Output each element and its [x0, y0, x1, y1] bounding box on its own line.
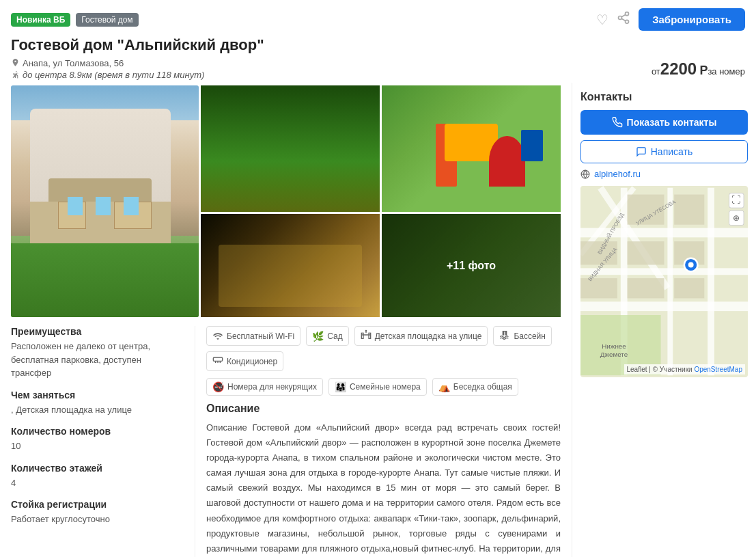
- garden-icon: 🌿: [312, 331, 324, 342]
- globe-icon: [580, 169, 590, 179]
- write-label: Написать: [651, 146, 692, 157]
- checkin-value: Работает круглосуточно: [11, 513, 184, 526]
- rooms-section: Количество номеров 10: [11, 426, 184, 453]
- advantages-section: Преимущества Расположен не далеко от цен…: [11, 326, 184, 380]
- address-row: Анапа, ул Толмазова, 56: [11, 58, 204, 68]
- badge-new: Новинка ВБ: [11, 13, 70, 27]
- bottom-section: Преимущества Расположен не далеко от цен…: [0, 326, 572, 557]
- svg-rect-27: [628, 278, 664, 298]
- advantages-value: Расположен не далеко от центра, бесплатн…: [11, 340, 184, 380]
- svg-point-0: [626, 12, 629, 16]
- svg-rect-16: [580, 268, 748, 275]
- main-layout: +11 фото Преимущества Расположен не дале…: [0, 83, 756, 557]
- floors-label: Количество этажей: [11, 463, 184, 474]
- svg-rect-5: [361, 333, 363, 338]
- checkin-label: Стойка регистрации: [11, 499, 184, 510]
- activities-section: Чем заняться , Детская площадка на улице: [11, 390, 184, 417]
- amenity-nosmoking-label: Номера для некурящих: [227, 382, 317, 392]
- family-icon: 👨‍👩‍👧: [335, 381, 346, 392]
- floors-section: Количество этажей 4: [11, 463, 184, 490]
- amenity-playground-label: Детская площадка на улице: [375, 331, 482, 341]
- svg-rect-30: [580, 278, 617, 298]
- amenities-row: Бесплатный Wi-Fi 🌿 Сад Детская площадка …: [206, 326, 561, 371]
- badge-type: Гостевой дом: [76, 13, 138, 27]
- distance-text: до центра 8.9км (время в пути 118 минут): [23, 70, 204, 80]
- amenity-ac: Кондиционер: [206, 351, 283, 371]
- svg-rect-17: [580, 301, 748, 311]
- svg-rect-24: [674, 195, 704, 225]
- address-text: Анапа, ул Толмазова, 56: [23, 58, 124, 68]
- page-wrapper: Новинка ВБ Гостевой дом ♡ Забронировать …: [0, 0, 756, 557]
- contacts-sidebar: Контакты Показать контакты Написать alpi…: [572, 83, 756, 557]
- map-container[interactable]: Нижнее Джемете УЛИЦА УТЁСОВА ВИДНЫЙ ПРОЕ…: [580, 186, 748, 377]
- svg-point-38: [688, 262, 694, 268]
- wifi-icon: [212, 331, 223, 342]
- website-row: alpinehof.ru: [580, 169, 748, 179]
- title-row: Гостевой дом "Альпийский двор": [0, 33, 756, 55]
- advantages-label: Преимущества: [11, 326, 184, 337]
- meta-row: Анапа, ул Толмазова, 56 до центра 8.9км …: [0, 55, 756, 83]
- write-button[interactable]: Написать: [580, 140, 748, 163]
- rooms-label: Количество номеров: [11, 426, 184, 437]
- book-button[interactable]: Забронировать: [639, 8, 745, 31]
- top-bar: Новинка ВБ Гостевой дом ♡ Забронировать: [0, 0, 756, 33]
- svg-point-2: [626, 20, 629, 23]
- svg-rect-20: [708, 188, 714, 375]
- svg-point-1: [619, 16, 622, 20]
- show-contacts-button[interactable]: Показать контакты: [580, 110, 748, 135]
- meta-left: Анапа, ул Толмазова, 56 до центра 8.9км …: [11, 58, 204, 80]
- amenity-ac-label: Кондиционер: [227, 357, 277, 366]
- svg-rect-28: [674, 278, 704, 298]
- nosmoking-icon: 🚭: [212, 381, 224, 392]
- gallery-photo-4[interactable]: [201, 214, 380, 317]
- svg-line-3: [621, 18, 626, 21]
- svg-rect-9: [506, 331, 507, 335]
- gallery-photo-2[interactable]: [201, 85, 380, 212]
- content-column: +11 фото Преимущества Расположен не дале…: [0, 83, 572, 557]
- distance-row: до центра 8.9км (время в пути 118 минут): [11, 70, 204, 80]
- amenity-playground: Детская площадка на улице: [354, 326, 488, 346]
- svg-rect-11: [213, 357, 222, 361]
- price-per: за номер: [708, 66, 745, 77]
- amenity-family: 👨‍👩‍👧 Семейные номера: [328, 378, 427, 396]
- gazebo-icon: ⛺: [438, 381, 450, 392]
- gallery-count-label: +11 фото: [447, 260, 496, 272]
- amenity-garden-label: Сад: [327, 331, 342, 341]
- amenity-pool: Бассейн: [493, 326, 552, 346]
- favorite-button[interactable]: ♡: [596, 12, 608, 28]
- contacts-title: Контакты: [580, 91, 748, 103]
- checkin-section: Стойка регистрации Работает круглосуточн…: [11, 499, 184, 526]
- phone-icon: [612, 117, 623, 128]
- amenity-nosmoking: 🚭 Номера для некурящих: [206, 378, 323, 396]
- amenity-wifi: Бесплатный Wi-Fi: [206, 326, 300, 346]
- pool-icon: [499, 329, 510, 342]
- location-icon: [11, 59, 20, 68]
- gallery-more-overlay[interactable]: +11 фото: [382, 214, 561, 317]
- svg-rect-6: [369, 333, 371, 338]
- svg-rect-19: [667, 188, 673, 375]
- gallery-photo-5[interactable]: +11 фото: [382, 214, 561, 317]
- activities-value: , Детская площадка на улице: [11, 403, 184, 417]
- gallery-main-photo[interactable]: [11, 85, 199, 317]
- message-icon: [636, 146, 647, 157]
- svg-text:⛶: ⛶: [731, 195, 741, 205]
- svg-text:⊕: ⊕: [733, 213, 740, 222]
- website-link[interactable]: alpinehof.ru: [594, 169, 641, 179]
- amenity-gazebo-label: Беседка общая: [453, 382, 512, 392]
- osm-link[interactable]: OpenStreetMap: [694, 366, 742, 373]
- share-button[interactable]: [617, 11, 630, 28]
- description-text: Описание Гостевой дом «Альпийский двор» …: [206, 420, 561, 557]
- svg-rect-25: [628, 241, 664, 264]
- description-title: Описание: [206, 403, 561, 415]
- playground-icon: [361, 329, 372, 342]
- leaflet-text: Leaflet: [627, 366, 647, 373]
- top-bar-actions: ♡ Забронировать: [596, 8, 745, 31]
- svg-text:Джемете: Джемете: [600, 351, 628, 358]
- amenity-pool-label: Бассейн: [514, 331, 546, 341]
- show-contacts-label: Показать контакты: [627, 117, 717, 128]
- svg-text:Нижнее: Нижнее: [602, 342, 626, 350]
- map-attribution: Leaflet | © Участники OpenStreetMap: [624, 364, 746, 375]
- gallery-photo-3[interactable]: [382, 85, 561, 212]
- price-amount: 2200: [660, 59, 697, 78]
- activities-label: Чем заняться: [11, 390, 184, 400]
